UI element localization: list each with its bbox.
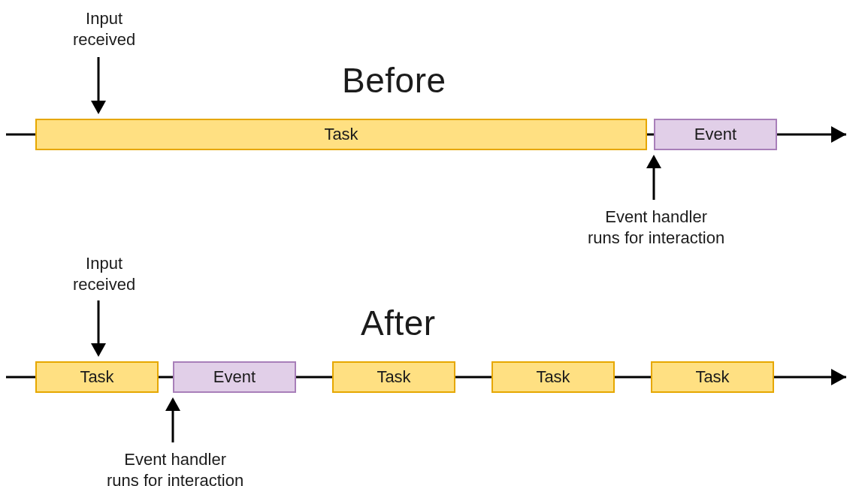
- svg-marker-10: [831, 369, 846, 385]
- before-event-block: Event: [654, 119, 777, 150]
- arrow-event-handler-before: [646, 155, 661, 200]
- svg-marker-16: [91, 343, 106, 357]
- arrow-input-received-before: [91, 57, 106, 114]
- annotation-event-handler-after: Event handlerruns for interaction: [107, 449, 243, 486]
- after-event-block: Event: [173, 361, 296, 393]
- before-task-block: Task: [35, 119, 647, 150]
- diagram-stage: Before After Inputreceived Event handler…: [0, 0, 868, 486]
- svg-marker-14: [646, 155, 661, 168]
- after-task-block-2: Task: [332, 361, 455, 393]
- heading-after: After: [361, 303, 436, 343]
- annotation-event-handler-before: Event handlerruns for interaction: [588, 207, 724, 248]
- after-task-block-3: Task: [491, 361, 615, 393]
- arrow-input-received-after: [91, 300, 106, 357]
- after-task-block-4: Task: [651, 361, 774, 393]
- svg-marker-3: [831, 126, 846, 143]
- annotation-input-received-after: Inputreceived: [73, 253, 135, 294]
- svg-marker-12: [91, 101, 106, 114]
- after-task-block-1: Task: [35, 361, 159, 393]
- arrow-event-handler-after: [165, 397, 180, 442]
- svg-marker-18: [165, 397, 180, 411]
- heading-before: Before: [342, 60, 446, 101]
- annotation-input-received-before: Inputreceived: [73, 8, 135, 50]
